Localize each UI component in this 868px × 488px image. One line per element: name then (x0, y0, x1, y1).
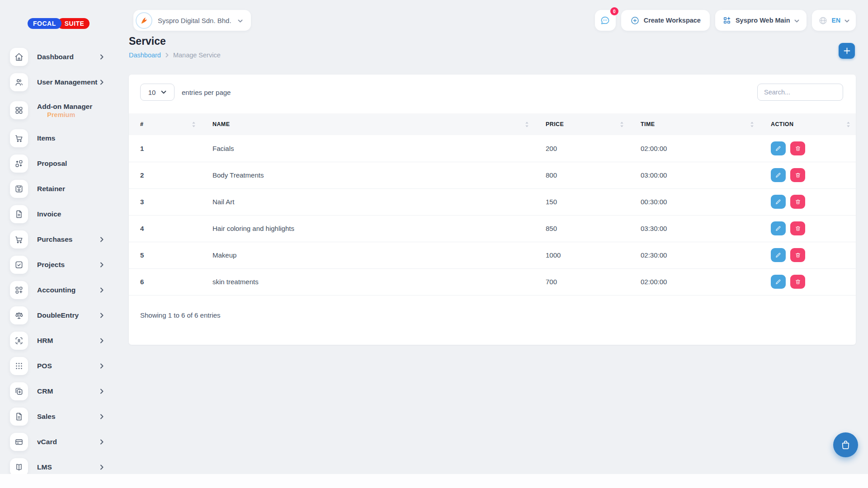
row-number: 3 (129, 188, 201, 215)
workspace-grid-icon (722, 16, 731, 25)
workspace-selector[interactable]: Syspro Web Main (715, 10, 807, 31)
column-header-price[interactable]: PRICE (534, 113, 629, 135)
chevron-right-icon (100, 414, 104, 419)
shopping-bag-icon (840, 439, 851, 450)
chat-button[interactable]: 0 (595, 10, 616, 31)
edit-button[interactable] (771, 168, 786, 182)
sidebar-item-label: Purchases (37, 235, 72, 243)
search-input[interactable] (757, 84, 843, 101)
copy-plus-icon (10, 382, 28, 400)
edit-button[interactable] (771, 221, 786, 235)
column-header-num[interactable]: # (129, 113, 201, 135)
pencil-icon (775, 145, 782, 152)
edit-button[interactable] (771, 195, 786, 209)
delete-button[interactable] (790, 195, 805, 209)
trash-icon (795, 225, 801, 232)
edit-button[interactable] (771, 141, 786, 155)
chevron-right-icon (165, 52, 169, 59)
chevron-down-icon (794, 17, 799, 24)
chevron-right-icon (100, 389, 104, 394)
chevron-right-icon (100, 287, 104, 293)
sidebar-item-label: Accounting (37, 286, 75, 294)
credit-card-icon (10, 433, 28, 451)
row-number: 2 (129, 162, 201, 188)
company-logo (136, 12, 152, 29)
sidebar-item-doubleentry[interactable]: DoubleEntry (0, 303, 129, 328)
sidebar-item-label: Add-on Manager (37, 103, 92, 110)
breadcrumb-dashboard-link[interactable]: Dashboard (129, 52, 161, 59)
dots-grid-icon (10, 357, 28, 375)
breadcrumb-current: Manage Service (173, 52, 221, 59)
column-header-time[interactable]: TIME (629, 113, 760, 135)
chevron-right-icon (100, 465, 104, 470)
create-workspace-button[interactable]: Create Workspace (621, 10, 710, 31)
service-time: 02:00:00 (629, 135, 760, 162)
sidebar-item-label: DoubleEntry (37, 311, 79, 319)
sidebar-item-label: Retainer (37, 185, 65, 192)
table-header-row: # NAME PRICE TIME ACTION (129, 113, 856, 135)
sidebar-item-dashboard[interactable]: Dashboard (0, 44, 129, 70)
sidebar-item-accounting[interactable]: Accounting (0, 277, 129, 303)
sidebar-item-retainer[interactable]: Retainer (0, 176, 129, 202)
service-time: 03:30:00 (629, 215, 760, 242)
delete-button[interactable] (790, 221, 805, 235)
transfer-icon (10, 155, 28, 173)
chevron-right-icon (100, 363, 104, 369)
cart-icon (10, 129, 28, 147)
trash-icon (795, 252, 801, 258)
chevron-right-icon (100, 237, 104, 242)
add-service-button[interactable] (839, 43, 855, 59)
service-price: 150 (534, 188, 629, 215)
brand-logo: FOCAL SUITE (28, 18, 129, 29)
chat-badge: 0 (610, 7, 618, 15)
sidebar-item-sales[interactable]: Sales (0, 404, 129, 429)
chevron-right-icon (100, 338, 104, 343)
file-icon (10, 408, 28, 426)
sidebar-item-user-management[interactable]: User Management (0, 70, 129, 95)
table-row: 6 skin treatments 700 02:00:00 (129, 268, 856, 295)
delete-button[interactable] (790, 168, 805, 182)
service-name: Hair coloring and highlights (201, 215, 534, 242)
delete-button[interactable] (790, 248, 805, 262)
row-number: 5 (129, 242, 201, 268)
book-icon (10, 458, 28, 476)
sidebar-item-crm[interactable]: CRM (0, 379, 129, 404)
sidebar-item-pos[interactable]: POS (0, 353, 129, 379)
delete-button[interactable] (790, 275, 805, 289)
column-header-action[interactable]: ACTION (760, 113, 856, 135)
edit-button[interactable] (771, 275, 786, 289)
sidebar-item-invoice[interactable]: Invoice (0, 202, 129, 227)
chevron-down-icon (238, 16, 243, 24)
table-footer-status: Showing 1 to 6 of 6 entries (129, 296, 856, 319)
delete-button[interactable] (790, 141, 805, 155)
sidebar-item-items[interactable]: Items (0, 126, 129, 151)
edit-button[interactable] (771, 248, 786, 262)
row-number: 6 (129, 268, 201, 295)
column-header-name[interactable]: NAME (201, 113, 534, 135)
sidebar-item-purchases[interactable]: Purchases (0, 227, 129, 252)
sidebar-item-addon-manager[interactable]: Add-on Manager Premium (0, 95, 129, 126)
language-selector[interactable]: EN (812, 10, 856, 31)
company-selector[interactable]: Syspro Digital Sdn. Bhd. (133, 10, 251, 31)
sidebar-item-projects[interactable]: Projects (0, 252, 129, 277)
sidebar-item-hrm[interactable]: HRM (0, 328, 129, 353)
entries-per-page-label: entries per page (182, 89, 231, 96)
sidebar-item-label: Projects (37, 261, 65, 268)
trash-icon (795, 145, 801, 152)
plus-circle-icon (630, 16, 640, 25)
trash-icon (795, 278, 801, 285)
chevron-right-icon (100, 439, 104, 445)
service-name: Makeup (201, 242, 534, 268)
topbar-right: 0 Create Workspace Syspro Web Main (595, 10, 856, 31)
sidebar-item-label: HRM (37, 337, 53, 344)
entries-per-page-select[interactable]: 10 (140, 84, 175, 101)
logo-suite: SUITE (57, 18, 90, 29)
sidebar-item-label: CRM (37, 387, 53, 395)
sidebar-item-proposal[interactable]: Proposal (0, 151, 129, 176)
service-price: 700 (534, 268, 629, 295)
sidebar-item-vcard[interactable]: vCard (0, 429, 129, 455)
service-time: 00:30:00 (629, 188, 760, 215)
shop-fab-button[interactable] (833, 432, 858, 457)
service-price: 200 (534, 135, 629, 162)
table-row: 1 Facials 200 02:00:00 (129, 135, 856, 162)
